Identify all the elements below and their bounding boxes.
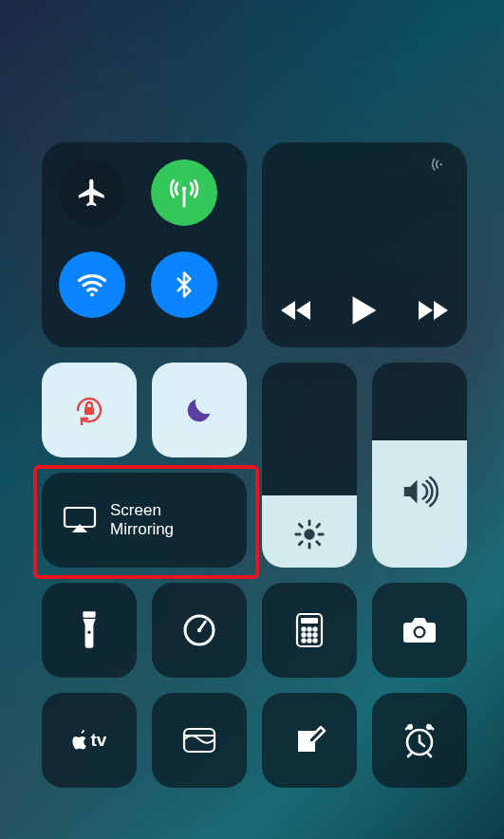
svg-point-15 bbox=[302, 633, 305, 636]
wifi-icon bbox=[75, 268, 109, 302]
svg-point-7 bbox=[87, 631, 90, 634]
calculator-icon bbox=[295, 612, 324, 648]
moon-icon bbox=[183, 394, 215, 426]
svg-point-14 bbox=[313, 627, 316, 630]
wallet-icon bbox=[180, 725, 218, 755]
svg-point-16 bbox=[308, 633, 310, 636]
brightness-icon bbox=[293, 518, 326, 550]
svg-point-26 bbox=[426, 724, 432, 730]
volume-slider[interactable] bbox=[372, 363, 467, 568]
svg-point-2 bbox=[439, 163, 441, 165]
alarm-button[interactable] bbox=[372, 693, 467, 788]
flashlight-icon bbox=[79, 611, 100, 649]
svg-point-19 bbox=[308, 639, 310, 642]
svg-point-0 bbox=[182, 186, 187, 191]
apple-tv-icon: tv bbox=[72, 730, 107, 751]
svg-point-20 bbox=[313, 639, 316, 642]
airplane-icon bbox=[76, 177, 108, 209]
svg-point-17 bbox=[313, 633, 316, 636]
play-button[interactable] bbox=[350, 294, 379, 326]
control-center-grid: Screen Mirroring bbox=[42, 142, 467, 788]
svg-point-13 bbox=[308, 627, 310, 630]
fast-forward-button[interactable] bbox=[415, 297, 449, 324]
svg-point-9 bbox=[197, 628, 201, 632]
calculator-button[interactable] bbox=[262, 583, 357, 678]
connectivity-group[interactable] bbox=[42, 142, 247, 347]
wifi-toggle[interactable] bbox=[59, 252, 125, 318]
brightness-slider[interactable] bbox=[262, 363, 357, 568]
svg-point-25 bbox=[407, 724, 413, 730]
flashlight-button[interactable] bbox=[42, 583, 137, 678]
notes-button[interactable] bbox=[262, 693, 357, 788]
svg-rect-3 bbox=[84, 407, 94, 415]
svg-rect-11 bbox=[301, 618, 318, 624]
airplay-audio-icon bbox=[431, 156, 452, 177]
wallet-button[interactable] bbox=[152, 693, 247, 788]
screen-mirroring-button[interactable]: Screen Mirroring bbox=[42, 473, 247, 568]
media-controls-group[interactable] bbox=[262, 142, 467, 347]
svg-point-1 bbox=[90, 293, 94, 297]
bluetooth-icon bbox=[170, 270, 198, 299]
alarm-clock-icon bbox=[401, 722, 439, 758]
airplay-video-icon bbox=[63, 506, 97, 534]
airplane-mode-toggle[interactable] bbox=[59, 159, 125, 226]
timer-button[interactable] bbox=[152, 583, 247, 678]
camera-icon bbox=[401, 615, 439, 645]
volume-icon bbox=[401, 475, 439, 509]
svg-point-22 bbox=[416, 628, 423, 636]
svg-point-4 bbox=[304, 529, 314, 539]
cellular-data-toggle[interactable] bbox=[151, 159, 217, 226]
rotation-lock-toggle[interactable] bbox=[42, 363, 137, 457]
compose-icon bbox=[292, 723, 327, 757]
screen-mirroring-label: Screen Mirroring bbox=[110, 501, 174, 538]
timer-icon bbox=[181, 612, 217, 648]
apple-tv-label: tv bbox=[91, 730, 107, 751]
camera-button[interactable] bbox=[372, 583, 467, 678]
svg-point-18 bbox=[302, 639, 305, 642]
bluetooth-toggle[interactable] bbox=[151, 252, 217, 318]
do-not-disturb-toggle[interactable] bbox=[152, 363, 247, 457]
rewind-button[interactable] bbox=[280, 297, 314, 324]
svg-point-12 bbox=[302, 627, 305, 630]
apple-tv-remote-button[interactable]: tv bbox=[42, 693, 137, 788]
antenna-icon bbox=[168, 177, 200, 209]
svg-rect-6 bbox=[83, 611, 95, 618]
rotation-lock-icon bbox=[70, 391, 108, 429]
